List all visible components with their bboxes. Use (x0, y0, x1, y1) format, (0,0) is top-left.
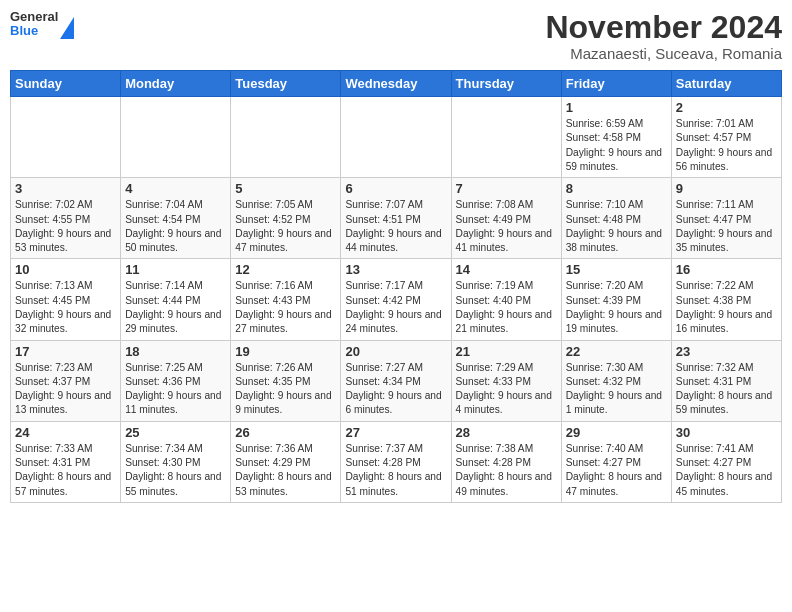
day-number: 10 (15, 262, 116, 277)
calendar-cell: 21Sunrise: 7:29 AM Sunset: 4:33 PM Dayli… (451, 340, 561, 421)
day-info: Sunrise: 7:27 AM Sunset: 4:34 PM Dayligh… (345, 361, 446, 418)
day-info: Sunrise: 7:20 AM Sunset: 4:39 PM Dayligh… (566, 279, 667, 336)
day-number: 3 (15, 181, 116, 196)
calendar-cell: 13Sunrise: 7:17 AM Sunset: 4:42 PM Dayli… (341, 259, 451, 340)
day-number: 4 (125, 181, 226, 196)
day-number: 17 (15, 344, 116, 359)
day-info: Sunrise: 7:40 AM Sunset: 4:27 PM Dayligh… (566, 442, 667, 499)
day-info: Sunrise: 7:10 AM Sunset: 4:48 PM Dayligh… (566, 198, 667, 255)
day-info: Sunrise: 7:11 AM Sunset: 4:47 PM Dayligh… (676, 198, 777, 255)
calendar-cell: 19Sunrise: 7:26 AM Sunset: 4:35 PM Dayli… (231, 340, 341, 421)
day-header-thursday: Thursday (451, 71, 561, 97)
calendar-cell: 10Sunrise: 7:13 AM Sunset: 4:45 PM Dayli… (11, 259, 121, 340)
day-info: Sunrise: 7:01 AM Sunset: 4:57 PM Dayligh… (676, 117, 777, 174)
calendar-cell: 14Sunrise: 7:19 AM Sunset: 4:40 PM Dayli… (451, 259, 561, 340)
calendar-cell: 16Sunrise: 7:22 AM Sunset: 4:38 PM Dayli… (671, 259, 781, 340)
day-header-tuesday: Tuesday (231, 71, 341, 97)
day-info: Sunrise: 7:26 AM Sunset: 4:35 PM Dayligh… (235, 361, 336, 418)
calendar-cell (341, 97, 451, 178)
calendar-cell: 29Sunrise: 7:40 AM Sunset: 4:27 PM Dayli… (561, 421, 671, 502)
calendar-cell: 23Sunrise: 7:32 AM Sunset: 4:31 PM Dayli… (671, 340, 781, 421)
week-row-4: 24Sunrise: 7:33 AM Sunset: 4:31 PM Dayli… (11, 421, 782, 502)
calendar-cell: 2Sunrise: 7:01 AM Sunset: 4:57 PM Daylig… (671, 97, 781, 178)
calendar-cell (121, 97, 231, 178)
day-number: 7 (456, 181, 557, 196)
calendar-cell: 27Sunrise: 7:37 AM Sunset: 4:28 PM Dayli… (341, 421, 451, 502)
day-info: Sunrise: 7:33 AM Sunset: 4:31 PM Dayligh… (15, 442, 116, 499)
day-header-saturday: Saturday (671, 71, 781, 97)
calendar-cell: 18Sunrise: 7:25 AM Sunset: 4:36 PM Dayli… (121, 340, 231, 421)
title-area: November 2024 Mazanaesti, Suceava, Roman… (545, 10, 782, 62)
day-info: Sunrise: 7:04 AM Sunset: 4:54 PM Dayligh… (125, 198, 226, 255)
week-row-0: 1Sunrise: 6:59 AM Sunset: 4:58 PM Daylig… (11, 97, 782, 178)
calendar-cell: 26Sunrise: 7:36 AM Sunset: 4:29 PM Dayli… (231, 421, 341, 502)
day-number: 1 (566, 100, 667, 115)
logo-blue: Blue (10, 24, 58, 38)
calendar-cell: 12Sunrise: 7:16 AM Sunset: 4:43 PM Dayli… (231, 259, 341, 340)
day-info: Sunrise: 7:22 AM Sunset: 4:38 PM Dayligh… (676, 279, 777, 336)
calendar-cell: 9Sunrise: 7:11 AM Sunset: 4:47 PM Daylig… (671, 178, 781, 259)
day-number: 19 (235, 344, 336, 359)
page: General Blue November 2024 Mazanaesti, S… (0, 0, 792, 612)
calendar-cell: 8Sunrise: 7:10 AM Sunset: 4:48 PM Daylig… (561, 178, 671, 259)
calendar-header: SundayMondayTuesdayWednesdayThursdayFrid… (11, 71, 782, 97)
week-row-2: 10Sunrise: 7:13 AM Sunset: 4:45 PM Dayli… (11, 259, 782, 340)
day-info: Sunrise: 7:08 AM Sunset: 4:49 PM Dayligh… (456, 198, 557, 255)
day-info: Sunrise: 7:23 AM Sunset: 4:37 PM Dayligh… (15, 361, 116, 418)
day-info: Sunrise: 7:17 AM Sunset: 4:42 PM Dayligh… (345, 279, 446, 336)
day-info: Sunrise: 7:29 AM Sunset: 4:33 PM Dayligh… (456, 361, 557, 418)
day-number: 2 (676, 100, 777, 115)
day-number: 14 (456, 262, 557, 277)
day-info: Sunrise: 7:30 AM Sunset: 4:32 PM Dayligh… (566, 361, 667, 418)
day-number: 28 (456, 425, 557, 440)
calendar-cell (11, 97, 121, 178)
day-number: 30 (676, 425, 777, 440)
day-info: Sunrise: 7:14 AM Sunset: 4:44 PM Dayligh… (125, 279, 226, 336)
header: General Blue November 2024 Mazanaesti, S… (10, 10, 782, 62)
month-title: November 2024 (545, 10, 782, 45)
calendar-cell: 1Sunrise: 6:59 AM Sunset: 4:58 PM Daylig… (561, 97, 671, 178)
calendar-cell: 25Sunrise: 7:34 AM Sunset: 4:30 PM Dayli… (121, 421, 231, 502)
logo-general: General (10, 10, 58, 24)
day-number: 5 (235, 181, 336, 196)
day-number: 16 (676, 262, 777, 277)
day-info: Sunrise: 7:16 AM Sunset: 4:43 PM Dayligh… (235, 279, 336, 336)
calendar-cell: 17Sunrise: 7:23 AM Sunset: 4:37 PM Dayli… (11, 340, 121, 421)
day-number: 21 (456, 344, 557, 359)
day-info: Sunrise: 7:13 AM Sunset: 4:45 PM Dayligh… (15, 279, 116, 336)
logo-triangle-icon (60, 17, 74, 39)
calendar-cell: 4Sunrise: 7:04 AM Sunset: 4:54 PM Daylig… (121, 178, 231, 259)
day-number: 26 (235, 425, 336, 440)
day-info: Sunrise: 7:34 AM Sunset: 4:30 PM Dayligh… (125, 442, 226, 499)
day-info: Sunrise: 7:38 AM Sunset: 4:28 PM Dayligh… (456, 442, 557, 499)
day-info: Sunrise: 7:41 AM Sunset: 4:27 PM Dayligh… (676, 442, 777, 499)
logo-text: General Blue (10, 10, 58, 39)
day-headers-row: SundayMondayTuesdayWednesdayThursdayFrid… (11, 71, 782, 97)
calendar-cell: 11Sunrise: 7:14 AM Sunset: 4:44 PM Dayli… (121, 259, 231, 340)
day-info: Sunrise: 7:02 AM Sunset: 4:55 PM Dayligh… (15, 198, 116, 255)
calendar-cell: 5Sunrise: 7:05 AM Sunset: 4:52 PM Daylig… (231, 178, 341, 259)
day-info: Sunrise: 7:07 AM Sunset: 4:51 PM Dayligh… (345, 198, 446, 255)
day-number: 12 (235, 262, 336, 277)
day-number: 25 (125, 425, 226, 440)
day-info: Sunrise: 7:32 AM Sunset: 4:31 PM Dayligh… (676, 361, 777, 418)
day-number: 18 (125, 344, 226, 359)
day-number: 27 (345, 425, 446, 440)
day-number: 23 (676, 344, 777, 359)
day-number: 11 (125, 262, 226, 277)
day-header-sunday: Sunday (11, 71, 121, 97)
location: Mazanaesti, Suceava, Romania (545, 45, 782, 62)
day-header-friday: Friday (561, 71, 671, 97)
day-info: Sunrise: 6:59 AM Sunset: 4:58 PM Dayligh… (566, 117, 667, 174)
calendar-body: 1Sunrise: 6:59 AM Sunset: 4:58 PM Daylig… (11, 97, 782, 503)
day-info: Sunrise: 7:25 AM Sunset: 4:36 PM Dayligh… (125, 361, 226, 418)
day-number: 13 (345, 262, 446, 277)
calendar-cell: 15Sunrise: 7:20 AM Sunset: 4:39 PM Dayli… (561, 259, 671, 340)
day-header-monday: Monday (121, 71, 231, 97)
day-number: 24 (15, 425, 116, 440)
week-row-3: 17Sunrise: 7:23 AM Sunset: 4:37 PM Dayli… (11, 340, 782, 421)
day-number: 20 (345, 344, 446, 359)
day-info: Sunrise: 7:05 AM Sunset: 4:52 PM Dayligh… (235, 198, 336, 255)
calendar-cell (231, 97, 341, 178)
calendar-cell: 24Sunrise: 7:33 AM Sunset: 4:31 PM Dayli… (11, 421, 121, 502)
